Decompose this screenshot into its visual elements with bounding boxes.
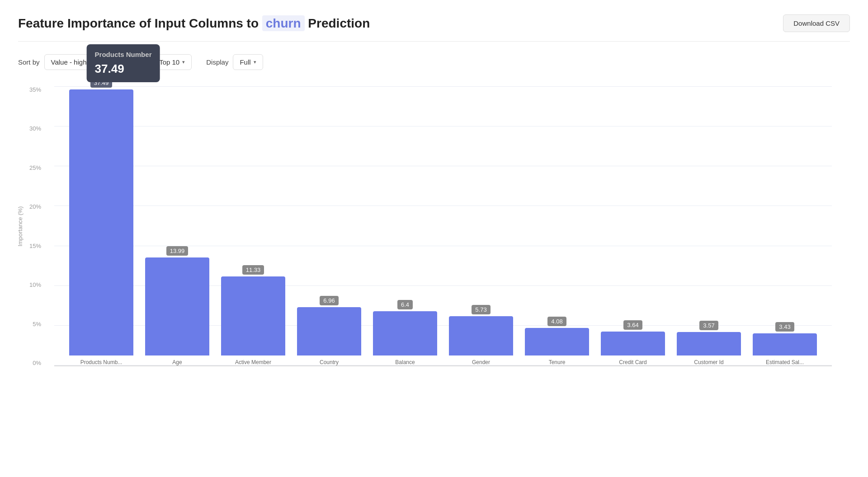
bars-row: 37.49 Products Number 37.49 Products Num… — [54, 86, 832, 365]
title-highlight: churn — [262, 15, 305, 31]
bar-active-member[interactable] — [221, 276, 286, 355]
bar-label-products-number: Products Numb... — [79, 359, 124, 365]
bar-group-customer-id: 3.57 Customer Id — [671, 321, 747, 365]
filter-chevron-icon: ▾ — [182, 59, 185, 65]
sort-by-value: Value - high to low — [51, 58, 106, 66]
bar-estimated-salary[interactable] — [753, 333, 817, 355]
bar-badge-customer-id: 3.57 — [699, 321, 718, 330]
bar-badge-age: 13.99 — [166, 246, 189, 256]
bar-group-gender: 5.73 Gender — [443, 305, 519, 365]
bar-badge-balance: 6.4 — [397, 300, 413, 309]
controls-row: Sort by Value - high to low ▾ Filter Top… — [18, 54, 850, 70]
filter-label: Filter — [133, 58, 148, 66]
page: Feature Importance of Input Columns to c… — [0, 0, 868, 381]
page-title: Feature Importance of Input Columns to c… — [18, 16, 370, 31]
bar-badge-country: 6.96 — [320, 296, 338, 305]
bar-label-estimated-salary: Estimated Sal... — [764, 359, 806, 365]
filter-value: Top 10 — [159, 58, 179, 66]
sort-by-label: Sort by — [18, 58, 40, 66]
bar-label-age: Age — [170, 359, 184, 365]
bar-label-country: Country — [318, 359, 340, 365]
y-axis-labels: 35% 30% 25% 20% 15% 10% 5% 0% — [29, 86, 41, 366]
y-label-30: 30% — [29, 125, 41, 132]
bar-customer-id[interactable] — [677, 332, 741, 355]
bar-badge-active-member: 11.33 — [242, 265, 264, 275]
y-label-20: 20% — [29, 203, 41, 210]
download-csv-button[interactable]: Download CSV — [783, 14, 850, 32]
y-label-5: 5% — [33, 321, 41, 327]
bar-badge-gender: 5.73 — [472, 305, 490, 314]
y-label-0: 0% — [33, 360, 41, 366]
bar-label-customer-id: Customer Id — [692, 359, 725, 365]
display-label: Display — [206, 58, 228, 66]
sort-by-group: Sort by Value - high to low ▾ — [18, 54, 118, 70]
bar-badge-estimated-salary: 3.43 — [775, 322, 794, 332]
bar-label-credit-card: Credit Card — [617, 359, 648, 365]
bar-group-products-number: 37.49 Products Number 37.49 Products Num… — [63, 78, 139, 365]
bar-group-age: 13.99 Age — [139, 246, 215, 365]
y-label-10: 10% — [29, 281, 41, 288]
bar-group-estimated-salary: 3.43 Estimated Sal... — [747, 322, 823, 365]
bar-age[interactable] — [145, 257, 210, 355]
display-value: Full — [240, 58, 250, 66]
bar-group-credit-card: 3.64 Credit Card — [595, 320, 671, 365]
chart-container: Importance (%) 35% 30% 25% 20% 15% 10% 5… — [54, 86, 832, 366]
bar-tenure[interactable] — [525, 328, 590, 355]
bar-products-number[interactable]: Products Number 37.49 — [69, 89, 134, 355]
bar-balance[interactable] — [373, 311, 438, 355]
filter-group: Filter Top 10 ▾ — [133, 54, 192, 70]
bar-group-country: 6.96 Country — [291, 296, 367, 365]
bar-badge-products-number: 37.49 — [90, 78, 113, 88]
y-label-35: 35% — [29, 86, 41, 93]
bar-badge-tenure: 4.08 — [547, 317, 566, 326]
title-prefix: Feature Importance of Input Columns to — [18, 16, 259, 30]
sort-by-select[interactable]: Value - high to low ▾ — [44, 54, 118, 70]
filter-select[interactable]: Top 10 ▾ — [152, 54, 192, 70]
display-chevron-icon: ▾ — [254, 59, 256, 65]
chart-inner: 37.49 Products Number 37.49 Products Num… — [54, 86, 832, 366]
display-group: Display Full ▾ — [206, 54, 263, 70]
y-label-25: 25% — [29, 164, 41, 171]
y-axis-title: Importance (%) — [17, 206, 24, 247]
bar-credit-card[interactable] — [601, 332, 665, 355]
bar-country[interactable] — [297, 307, 362, 355]
bar-label-active-member: Active Member — [233, 359, 273, 365]
bar-group-tenure: 4.08 Tenure — [519, 317, 595, 365]
bar-group-active-member: 11.33 Active Member — [215, 265, 291, 365]
bar-label-tenure: Tenure — [547, 359, 567, 365]
bar-gender[interactable] — [449, 316, 514, 355]
bar-badge-credit-card: 3.64 — [623, 320, 642, 330]
sort-by-chevron-icon: ▾ — [109, 59, 112, 65]
bar-group-balance: 6.4 Balance — [367, 300, 443, 365]
display-select[interactable]: Full ▾ — [233, 54, 263, 70]
y-label-15: 15% — [29, 243, 41, 249]
title-suffix: Prediction — [308, 16, 370, 30]
bar-label-balance: Balance — [393, 359, 416, 365]
bar-label-gender: Gender — [470, 359, 492, 365]
header-row: Feature Importance of Input Columns to c… — [18, 14, 850, 42]
